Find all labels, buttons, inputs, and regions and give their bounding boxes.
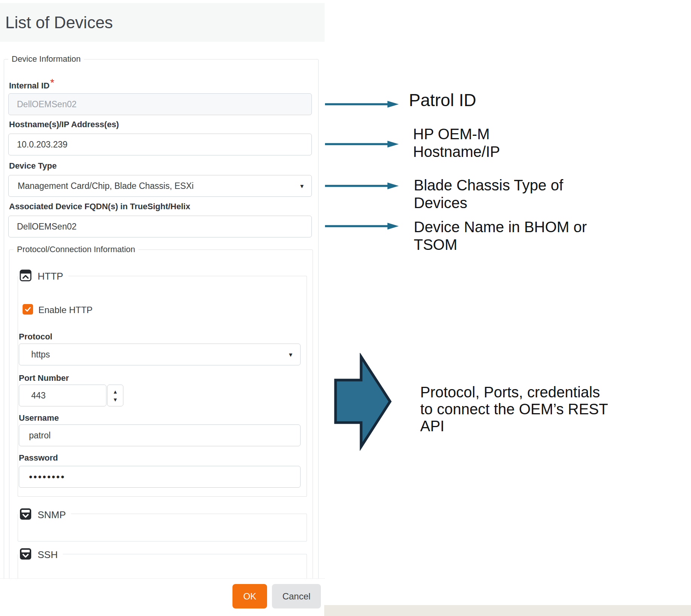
annotation-arrow-internal-id xyxy=(325,100,400,109)
hostname-field[interactable] xyxy=(8,134,312,155)
device-type-label: Device Type xyxy=(9,161,57,171)
http-section-header: HTTP xyxy=(18,269,68,284)
username-field[interactable] xyxy=(19,424,301,446)
port-number-field[interactable] xyxy=(19,385,106,406)
annotation-blade-chassis: Blade Chassis Type of Devices xyxy=(414,176,563,212)
username-label: Username xyxy=(19,413,59,423)
ssh-section-title: SSH xyxy=(38,549,58,561)
annotation-arrow-device-type xyxy=(325,181,400,190)
screenshot-root: List of Devices Device Information Inter… xyxy=(0,0,691,616)
quantity-stepper: ▲ ▼ xyxy=(107,385,123,406)
device-information-legend: Device Information xyxy=(8,54,84,64)
enable-http-label: Enable HTTP xyxy=(38,305,93,315)
device-type-select[interactable]: Management Card/Chip, Blade Chassis, ESX… xyxy=(8,175,312,197)
protocol-label: Protocol xyxy=(19,332,52,342)
internal-id-label: Internal ID* xyxy=(9,79,54,91)
check-icon xyxy=(24,306,32,313)
annotation-device-name: Device Name in BHOM or TSOM xyxy=(414,218,587,254)
big-block-arrow xyxy=(331,353,395,451)
port-number-label: Port Number xyxy=(19,373,69,383)
password-label: Password xyxy=(19,453,58,463)
protocol-value: https xyxy=(19,350,50,360)
annotation-hostname-ip: HP OEM-M Hostname/IP xyxy=(413,125,500,161)
expand-section-icon[interactable] xyxy=(20,508,32,522)
device-type-value: Management Card/Chip, Blade Chassis, ESX… xyxy=(9,181,194,191)
protocol-connection-legend: Protocol/Connection Information xyxy=(14,245,138,254)
cancel-button[interactable]: Cancel xyxy=(272,584,321,608)
collapse-section-icon[interactable] xyxy=(20,269,32,283)
background-window-strip xyxy=(324,605,691,616)
snmp-section-title: SNMP xyxy=(38,509,66,521)
chevron-down-icon: ▼ xyxy=(288,351,293,358)
http-section-title: HTTP xyxy=(38,271,63,282)
annotation-arrow-hostname xyxy=(325,140,400,149)
snmp-section-header: SNMP xyxy=(18,507,71,522)
annotation-patrol-id: Patrol ID xyxy=(409,90,476,110)
hostname-label: Hostname(s)/IP Address(es) xyxy=(9,120,119,129)
stepper-up-icon[interactable]: ▲ xyxy=(113,389,118,394)
stepper-down-icon[interactable]: ▼ xyxy=(113,397,118,402)
enable-http-checkbox[interactable] xyxy=(23,304,33,315)
ok-button[interactable]: OK xyxy=(232,584,267,608)
required-asterisk: * xyxy=(50,77,55,88)
expand-section-icon[interactable] xyxy=(20,548,32,561)
protocol-select[interactable]: https ▼ xyxy=(19,344,301,365)
password-field[interactable] xyxy=(19,466,301,488)
fqdn-field[interactable] xyxy=(8,216,312,237)
chevron-down-icon: ▼ xyxy=(299,183,305,189)
page-title: List of Devices xyxy=(5,3,113,42)
annotation-rest-api: Protocol, Ports, credentials to connect … xyxy=(420,384,608,435)
ssh-section-header: SSH xyxy=(18,547,63,562)
fqdn-label: Associated Device FQDN(s) in TrueSight/H… xyxy=(9,202,190,211)
list-of-devices-dialog: List of Devices Device Information Inter… xyxy=(0,0,325,579)
annotation-arrow-fqdn xyxy=(325,222,400,231)
internal-id-field xyxy=(8,93,312,115)
dialog-header: List of Devices xyxy=(0,3,325,42)
